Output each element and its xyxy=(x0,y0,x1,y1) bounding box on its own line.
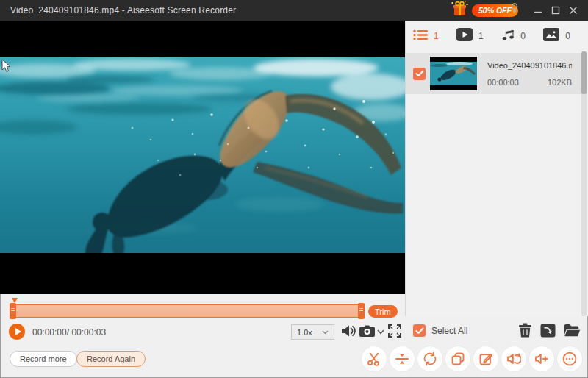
music-note-icon xyxy=(501,28,514,44)
trash-icon xyxy=(518,323,532,338)
playback-time: 00:00:00/ 00:00:03 xyxy=(32,327,106,338)
more-dots-icon xyxy=(562,352,577,366)
item-filesize: 102KB xyxy=(548,78,572,87)
close-button[interactable] xyxy=(564,0,582,21)
trim-handle-left[interactable] xyxy=(10,303,16,319)
app-window: Video_240409101846.mp4 - Aiseesoft Scree… xyxy=(0,0,588,378)
trim-button[interactable]: Trim xyxy=(368,305,398,318)
seek-bar[interactable] xyxy=(10,304,365,318)
volume-button[interactable] xyxy=(340,324,356,338)
compress-icon xyxy=(395,352,409,366)
tab-videos[interactable]: 1 xyxy=(456,28,484,44)
convert-video-button[interactable] xyxy=(417,346,443,372)
scissors-icon xyxy=(367,352,381,366)
select-all-row: Select All xyxy=(413,324,467,337)
export-button[interactable] xyxy=(540,324,556,338)
video-thumbnail[interactable] xyxy=(430,57,477,90)
rotate-arrows-icon xyxy=(423,352,437,366)
item-filename: Video_240409101846.mp4 xyxy=(487,61,572,70)
gift-icon xyxy=(451,1,468,20)
item-info: Video_240409101846.mp4 00:00:03 102KB xyxy=(487,61,572,87)
list-icon xyxy=(413,29,428,43)
edit-metadata-button[interactable] xyxy=(473,346,499,372)
item-duration: 00:00:03 xyxy=(487,78,519,87)
edit-tools-row xyxy=(361,346,583,372)
window-title: Video_240409101846.mp4 - Aiseesoft Scree… xyxy=(10,5,236,15)
underwater-video-frame xyxy=(0,57,405,253)
snapshot-options-button[interactable] xyxy=(377,329,384,335)
delete-button[interactable] xyxy=(518,323,532,338)
compress-video-button[interactable] xyxy=(389,346,415,372)
chevron-down-icon xyxy=(377,329,384,335)
copy-icon xyxy=(451,352,465,366)
export-icon xyxy=(540,324,556,338)
maximize-button[interactable] xyxy=(547,0,564,21)
list-scrollbar[interactable] xyxy=(581,51,587,316)
folder-icon xyxy=(564,324,581,337)
chevron-down-icon xyxy=(322,330,329,335)
playhead-marker[interactable] xyxy=(12,298,18,303)
volume-booster-button[interactable] xyxy=(528,346,555,372)
tab-all-recordings[interactable]: 1 xyxy=(413,29,439,43)
open-folder-button[interactable] xyxy=(564,324,581,337)
mouse-cursor-icon xyxy=(1,59,11,76)
title-bar: Video_240409101846.mp4 - Aiseesoft Scree… xyxy=(0,0,588,21)
merge-video-button[interactable] xyxy=(445,346,471,372)
select-all-label: Select All xyxy=(431,326,467,336)
minimize-button[interactable] xyxy=(529,0,547,21)
tab-audio[interactable]: 0 xyxy=(501,28,526,44)
audio-convert-button[interactable] xyxy=(501,346,527,372)
play-button[interactable] xyxy=(9,324,25,340)
file-operations xyxy=(518,323,581,338)
play-icon xyxy=(15,328,21,335)
lightbulb-icon[interactable] xyxy=(510,3,519,18)
playback-speed-select[interactable]: 1.0x xyxy=(291,324,334,340)
speaker-plus-icon xyxy=(534,352,549,366)
tab-count: 0 xyxy=(520,31,526,41)
video-preview-area[interactable] xyxy=(0,21,405,294)
promo-offer[interactable]: 50% OFF xyxy=(451,0,518,21)
tab-count: 1 xyxy=(478,31,484,41)
tab-count: 1 xyxy=(434,31,439,41)
cut-video-button[interactable] xyxy=(361,346,387,372)
camera-icon xyxy=(359,324,376,338)
item-checkbox[interactable] xyxy=(413,68,426,80)
trim-handle-right[interactable] xyxy=(358,303,365,319)
image-icon xyxy=(543,28,559,44)
window-controls xyxy=(529,0,582,21)
more-tools-button[interactable] xyxy=(556,346,583,372)
record-again-button[interactable]: Record Again xyxy=(76,351,146,367)
volume-icon xyxy=(340,324,356,338)
fullscreen-button[interactable] xyxy=(388,324,401,338)
tab-images[interactable]: 0 xyxy=(543,28,570,44)
recording-list-panel: 1 1 xyxy=(405,21,588,316)
speed-value: 1.0x xyxy=(297,328,312,337)
record-more-button[interactable]: Record more xyxy=(10,351,77,367)
tab-count: 0 xyxy=(565,31,570,41)
edit-pencil-icon xyxy=(478,352,493,366)
select-all-checkbox[interactable] xyxy=(413,324,426,337)
snapshot-button[interactable] xyxy=(359,324,376,338)
scrollbar-thumb[interactable] xyxy=(581,51,587,94)
media-tabs: 1 1 xyxy=(413,26,570,46)
fullscreen-icon xyxy=(388,324,401,338)
recording-list-item[interactable]: Video_240409101846.mp4 00:00:03 102KB xyxy=(406,53,581,94)
video-icon xyxy=(456,28,473,44)
speaker-refresh-icon xyxy=(506,352,521,366)
